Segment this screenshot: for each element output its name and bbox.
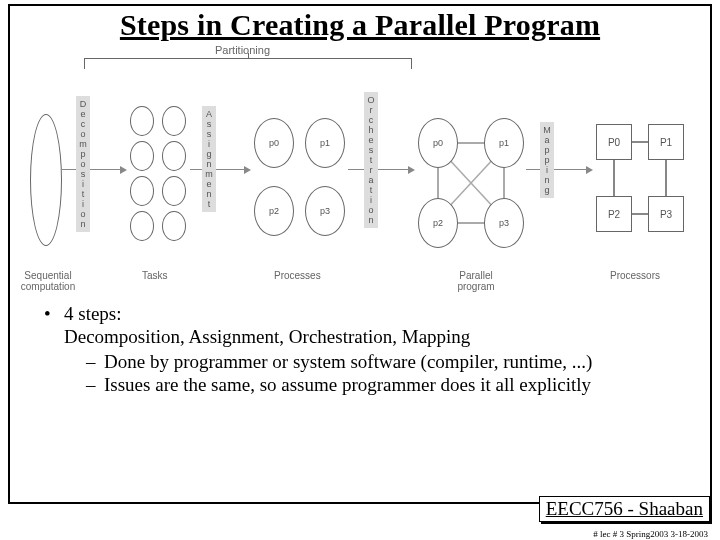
task-icon [130,106,154,136]
parallel-p3: p3 [484,198,524,248]
sub-bullet: – Done by programmer or system software … [86,351,682,374]
processor-P2: P2 [596,196,632,232]
process-p0: p0 [254,118,294,168]
sub-bullet: – Issues are the same, so assume program… [86,374,682,397]
label-parallel: Parallel program [446,270,506,292]
orchestration-label: Orchestration [364,92,378,228]
parallel-p1: p1 [484,118,524,168]
body-text: • 4 steps: Decomposition, Assignment, Or… [44,303,682,397]
parallel-p2: p2 [418,198,458,248]
arrow-shaft [378,169,408,170]
task-icon [130,176,154,206]
slide-title: Steps in Creating a Parallel Program [10,8,710,42]
arrow-shaft [62,169,76,170]
processes-group: p0 p1 p2 p3 [254,118,346,236]
bullet-text: 4 steps: [64,303,122,326]
slide-frame: Steps in Creating a Parallel Program Par… [8,4,712,504]
label-tasks: Tasks [142,270,168,281]
arrow-head-icon [244,166,251,174]
sub-bullet-text: Done by programmer or system software (c… [104,351,592,374]
comm-line [456,142,486,144]
arrow-head-icon [120,166,127,174]
sequential-computation [30,114,62,246]
task-icon [130,141,154,171]
decomposition-label: Decomposition [76,96,90,232]
label-sequential: Sequential computation [18,270,78,292]
bullet-dot-icon: • [44,303,64,326]
process-p1: p1 [305,118,345,168]
label-processes: Processes [274,270,321,281]
steps-line: Decomposition, Assignment, Orchestration… [64,326,682,349]
processor-P3: P3 [648,196,684,232]
arrow-shaft [190,169,202,170]
dash-icon: – [86,351,104,374]
cpu-line [665,158,667,198]
comm-line [456,222,486,224]
stage-area: Decomposition Assignm [30,74,690,264]
parallel-p0: p0 [418,118,458,168]
arrow-shaft [348,169,364,170]
arrow-shaft [526,169,540,170]
cpu-line [613,158,615,198]
sub-bullets: – Done by programmer or system software … [86,351,682,398]
task-icon [162,211,186,241]
task-icon [162,176,186,206]
partitioning-label: Partitioning [215,44,270,56]
task-icon [130,211,154,241]
arrow-shaft [216,169,244,170]
process-p2: p2 [254,186,294,236]
bullet-4-steps: • 4 steps: [44,303,682,326]
diagram: Partitioning Decomposition [30,44,690,299]
cpu-line [630,213,650,215]
processor-P1: P1 [648,124,684,160]
processors-group: P0 P1 P2 P3 [596,124,684,232]
arrow-shaft [554,169,586,170]
task-icon [162,141,186,171]
task-icon [162,106,186,136]
sub-bullet-text: Issues are the same, so assume programme… [104,374,591,397]
arrow-head-icon [408,166,415,174]
tasks-group [130,106,188,241]
mapping-label: Mapping [540,122,554,198]
assignment-label: Assignment [202,106,216,212]
cpu-line [630,141,650,143]
label-processors: Processors [610,270,660,281]
arrow-head-icon [586,166,593,174]
processor-P0: P0 [596,124,632,160]
footer-lecture-info: # lec # 3 Spring2003 3-18-2003 [593,529,708,539]
footer-course-box: EECC756 - Shaaban [539,496,710,522]
ellipse-icon [30,114,62,246]
partitioning-bracket [84,58,412,73]
arrow-shaft [90,169,120,170]
dash-icon: – [86,374,104,397]
process-p3: p3 [305,186,345,236]
parallel-program-group: p0 p1 p2 p3 [418,118,524,248]
